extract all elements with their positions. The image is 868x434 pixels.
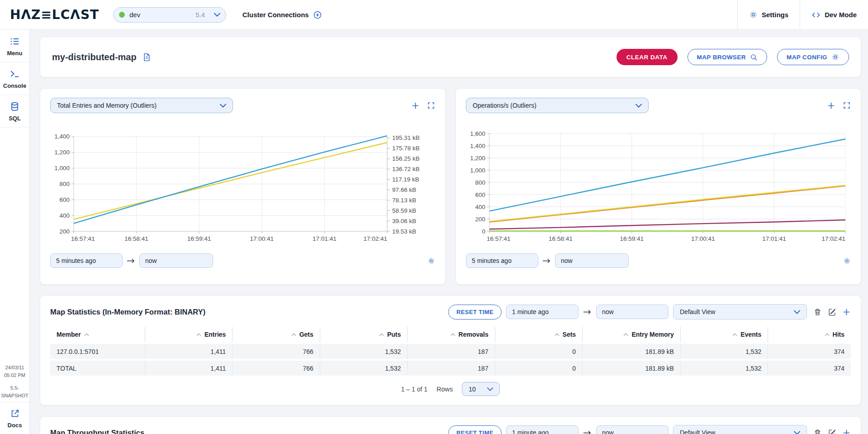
svg-text:195.31 kB: 195.31 kB [392, 134, 420, 141]
column-header-entry-memory[interactable]: Entry Memory [582, 327, 680, 342]
sidebar-item-console[interactable]: Console [0, 62, 29, 95]
cluster-connections[interactable]: Cluster Connections [242, 10, 322, 19]
column-header-events[interactable]: Events [680, 327, 768, 342]
version-line2: SNAPSHOT [1, 392, 28, 400]
stats-time-from-input[interactable] [506, 305, 579, 319]
column-header-hits[interactable]: Hits [768, 327, 851, 342]
pagination-range: 1 – 1 of 1 [401, 386, 427, 393]
svg-text:800: 800 [475, 179, 485, 186]
line-chart: 1,4001,2001,00080060040020016:57:4116:58… [50, 129, 435, 246]
dev-mode-button[interactable]: Dev Mode [800, 0, 868, 30]
arrow-right-icon [583, 309, 592, 315]
cluster-select[interactable]: dev 5.4 [113, 7, 226, 23]
add-chart-button[interactable] [411, 101, 420, 110]
stats-time-to-input[interactable] [596, 305, 669, 319]
fullscreen-button[interactable] [427, 101, 435, 110]
pagination: 1 – 1 of 1 Rows 10 [50, 382, 851, 396]
fullscreen-button[interactable] [843, 101, 851, 110]
reset-time-button[interactable]: RESET TIME [448, 425, 502, 434]
svg-text:0: 0 [482, 228, 485, 235]
table-cell: 1,532 [680, 344, 768, 359]
chart-metric-select[interactable]: Total Entries and Memory (Outliers) [50, 98, 233, 113]
sidebar-item-label: SQL [9, 115, 21, 122]
svg-text:19.53 kB: 19.53 kB [392, 228, 416, 235]
column-header-puts[interactable]: Puts [320, 327, 407, 342]
map-throughput-card: Map Throughput Statistics RESET TIME Def… [40, 416, 861, 434]
top-bar: HΛZ≡LCΛST dev 5.4 Cluster Connections Se… [0, 0, 868, 30]
chart-settings-button[interactable] [427, 257, 435, 265]
series-ops-maroon [489, 220, 845, 229]
chevron-down-icon [487, 387, 493, 391]
code-icon [811, 10, 821, 19]
add-chart-button[interactable] [827, 101, 835, 110]
reset-time-button[interactable]: RESET TIME [448, 305, 502, 320]
table-cell: 1,532 [320, 344, 407, 359]
chart-metric-selected: Total Entries and Memory (Outliers) [57, 102, 220, 109]
edit-icon [828, 429, 836, 434]
chart-metric-select[interactable]: Operations/s (Outliers) [466, 98, 649, 113]
plus-icon [842, 308, 851, 316]
gear-icon [843, 257, 851, 265]
sidebar-item-docs[interactable]: Docs [0, 402, 29, 434]
add-view-button[interactable] [842, 429, 851, 434]
svg-text:1,000: 1,000 [470, 167, 485, 174]
settings-button[interactable]: Settings [737, 0, 800, 30]
sidebar-item-sql[interactable]: SQL [0, 95, 29, 128]
table-cell: 1,411 [145, 361, 232, 376]
edit-view-button[interactable] [828, 429, 836, 434]
map-statistics-card: Map Statistics (In-Memory Format: BINARY… [40, 296, 861, 405]
add-view-button[interactable] [842, 308, 851, 316]
throughput-time-to-input[interactable] [596, 425, 669, 434]
svg-text:200: 200 [475, 216, 485, 223]
throughput-time-from-input[interactable] [506, 425, 579, 434]
time-to-input[interactable] [555, 253, 629, 268]
column-header-sets[interactable]: Sets [495, 327, 582, 342]
column-header-removals[interactable]: Removals [407, 327, 494, 342]
table-row[interactable]: TOTAL1,4117661,5321870181.89 kB1,532374 [50, 361, 851, 376]
view-select[interactable]: Default View [673, 304, 807, 320]
table-cell: 374 [768, 361, 851, 376]
sidebar-item-menu[interactable]: Menu [0, 30, 29, 62]
svg-text:800: 800 [59, 181, 70, 187]
svg-text:16:59:41: 16:59:41 [620, 235, 644, 242]
timestamp-date: 24/03/11 [1, 364, 28, 372]
column-header-entries[interactable]: Entries [145, 327, 232, 342]
svg-text:17:01:41: 17:01:41 [313, 235, 337, 242]
document-icon[interactable] [142, 52, 152, 62]
column-header-member[interactable]: Member [50, 327, 145, 342]
time-from-input[interactable] [50, 253, 123, 268]
svg-text:200: 200 [59, 228, 70, 235]
table-cell: 766 [232, 361, 319, 376]
chart-settings-button[interactable] [843, 257, 851, 265]
svg-text:17:02:41: 17:02:41 [821, 235, 845, 242]
delete-view-button[interactable] [813, 429, 822, 434]
view-select[interactable]: Default View [673, 425, 807, 434]
svg-text:17:00:41: 17:00:41 [691, 235, 715, 242]
table-cell: 1,532 [680, 361, 768, 376]
chevron-down-icon [214, 13, 220, 17]
table-cell: 1,411 [145, 344, 232, 359]
console-icon [9, 69, 20, 79]
map-config-button[interactable]: MAP CONFIG [777, 49, 849, 65]
time-to-input[interactable] [139, 253, 213, 268]
sidebar-timestamp: 24/03/11 05:02 PM [0, 361, 29, 382]
time-from-input[interactable] [466, 253, 538, 268]
circle-plus-icon[interactable] [313, 10, 322, 19]
sort-caret-icon [379, 333, 384, 336]
table-row[interactable]: 127.0.0.1:57011,4117661,5321870181.89 kB… [50, 344, 851, 359]
gear-icon [749, 10, 758, 19]
edit-view-button[interactable] [828, 308, 836, 316]
sidebar-version: 5.5- SNAPSHOT [0, 382, 29, 402]
sort-caret-icon [623, 333, 628, 336]
cluster-connections-label: Cluster Connections [242, 11, 309, 19]
chevron-down-icon [794, 431, 800, 434]
map-browser-button[interactable]: MAP BROWSER [688, 49, 767, 65]
charts-row: Total Entries and Memory (Outliers) 1,40… [40, 88, 861, 285]
external-link-icon [10, 409, 20, 419]
delete-view-button[interactable] [813, 308, 822, 316]
series-entry-memory-kb [74, 143, 387, 219]
column-header-gets[interactable]: Gets [232, 327, 319, 342]
rows-per-page-select[interactable]: 10 [462, 382, 500, 396]
clear-data-button[interactable]: CLEAR DATA [617, 49, 678, 65]
table-cell: 127.0.0.1:5701 [50, 344, 145, 359]
